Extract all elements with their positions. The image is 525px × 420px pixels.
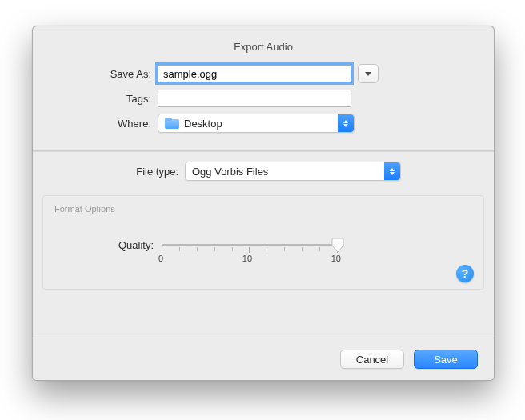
save-as-input[interactable] [158,65,351,82]
chevron-down-icon [365,72,371,76]
save-button[interactable]: Save [414,350,478,369]
where-popup[interactable]: Desktop [158,114,355,133]
row-save-as: Save As: [49,64,470,83]
help-button[interactable]: ? [456,265,474,282]
row-where: Where: Desktop [49,114,470,133]
slider-tick-labels: 0 10 10 [158,254,341,263]
quality-slider[interactable]: 0 10 10 [162,238,338,265]
save-label: Save [434,354,458,366]
dialog-title: Export Audio [234,41,293,53]
cancel-label: Cancel [356,354,388,366]
export-audio-dialog: Export Audio Save As: Tags: Where: Deskt… [32,26,495,381]
updown-arrows-icon [384,162,400,180]
question-mark-icon: ? [462,267,469,280]
cancel-button[interactable]: Cancel [340,350,404,369]
row-tags: Tags: [49,90,470,107]
tick-label: 10 [242,254,252,263]
tick-label: 10 [331,254,341,263]
file-type-popup[interactable]: Ogg Vorbis Files [185,162,401,181]
title-area: Export Audio [33,26,494,64]
tick-label: 0 [158,254,163,263]
file-type-section: File type: Ogg Vorbis Files [33,152,494,195]
tags-input[interactable] [158,90,351,107]
label-tags: Tags: [49,93,158,105]
save-as-wrap [158,64,379,83]
folder-icon [165,118,179,129]
file-type-selected: Ogg Vorbis Files [192,166,268,178]
label-save-as: Save As: [49,68,158,80]
expand-save-panel-button[interactable] [358,64,379,83]
label-where: Where: [49,118,158,130]
save-panel: Save As: Tags: Where: Desktop [33,64,494,150]
format-options-group: Format Options Quality: 0 10 [42,195,484,290]
label-file-type: File type: [49,166,185,178]
where-selected: Desktop [184,118,222,130]
dialog-footer: Cancel Save [33,338,494,380]
slider-ticks [162,247,338,252]
slider-thumb[interactable] [331,238,344,253]
format-options-title: Format Options [54,204,472,214]
quality-row: Quality: 0 10 10 [102,238,472,265]
label-quality: Quality: [102,238,162,251]
row-file-type: File type: Ogg Vorbis Files [49,162,470,181]
updown-arrows-icon [338,114,354,132]
slider-track [162,244,338,246]
